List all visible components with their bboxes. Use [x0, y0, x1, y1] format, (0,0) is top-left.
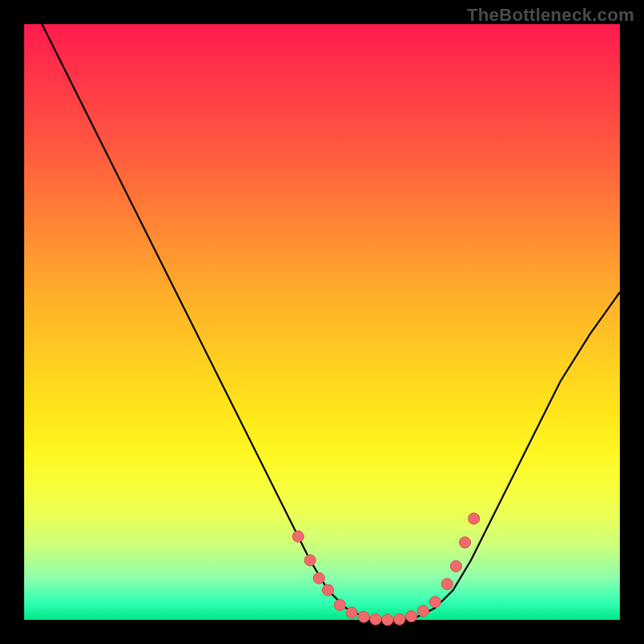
chart-frame: TheBottleneck.com — [0, 0, 644, 644]
curve-marker — [469, 513, 480, 524]
curve-marker — [358, 611, 369, 622]
curve-marker — [382, 614, 393, 625]
curve-marker — [313, 572, 324, 584]
plot-area — [24, 24, 620, 620]
curve-marker — [334, 600, 345, 611]
curve-marker — [406, 611, 417, 622]
curve-marker — [441, 579, 452, 590]
curve-layer — [24, 24, 620, 620]
curve-marker — [370, 613, 382, 625]
curve-markers — [292, 513, 479, 625]
curve-marker — [430, 597, 441, 608]
curve-marker — [292, 530, 303, 542]
curve-marker — [346, 607, 357, 618]
curve-marker — [451, 560, 462, 572]
curve-marker — [418, 605, 429, 617]
curve-marker — [460, 537, 471, 548]
curve-marker — [322, 584, 333, 596]
curve-marker — [394, 613, 405, 625]
watermark-text: TheBottleneck.com — [467, 5, 634, 26]
curve-marker — [304, 555, 316, 566]
bottleneck-curve — [42, 24, 620, 620]
